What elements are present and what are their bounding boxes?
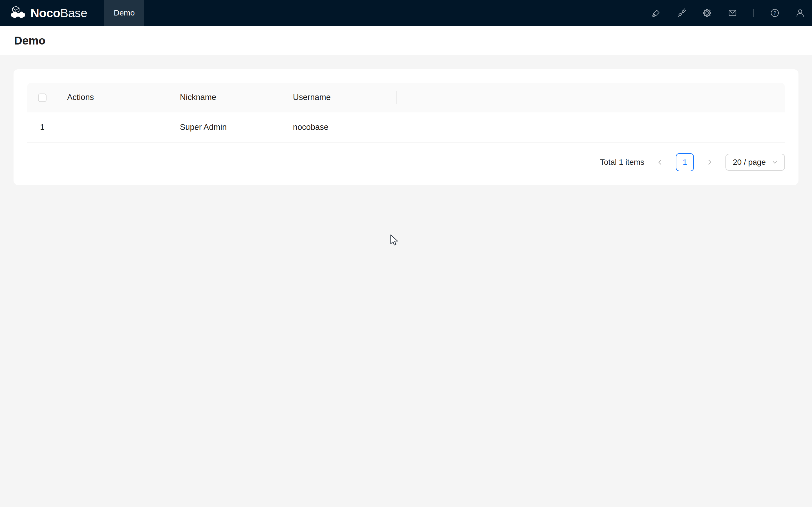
- chevron-left-icon: [657, 159, 663, 165]
- chevron-right-icon: [707, 159, 713, 165]
- user-icon[interactable]: [796, 8, 805, 17]
- row-nickname-cell: Super Admin: [170, 112, 283, 142]
- page-size-select[interactable]: 20 / page: [725, 154, 785, 171]
- table-header-row: Actions Nickname Username: [27, 83, 785, 112]
- plugin-icon[interactable]: [677, 8, 686, 17]
- mail-icon[interactable]: [728, 8, 737, 17]
- tab-demo[interactable]: Demo: [104, 0, 144, 26]
- row-username-cell: nocobase: [283, 112, 397, 142]
- pagination-total: Total 1 items: [600, 158, 644, 167]
- row-index-cell: 1: [27, 112, 57, 142]
- table-block-card: Actions Nickname Username 1 Super Admin …: [13, 69, 799, 185]
- page-1-button[interactable]: 1: [676, 153, 694, 171]
- top-navbar: NocoBase Demo: [0, 0, 812, 26]
- page-header: Demo: [0, 26, 812, 55]
- select-all-checkbox[interactable]: [38, 94, 47, 102]
- chevron-down-icon: [772, 159, 777, 165]
- pagination: Total 1 items 1 20 / page: [27, 153, 785, 171]
- nocobase-wordmark: NocoBase: [31, 6, 87, 20]
- column-header-filler: [397, 83, 785, 112]
- settings-icon[interactable]: [703, 8, 712, 17]
- row-filler-cell: [397, 112, 785, 142]
- navbar-actions: ?: [652, 0, 812, 26]
- page-content: Actions Nickname Username 1 Super Admin …: [0, 55, 812, 185]
- table-row[interactable]: 1 Super Admin nocobase: [27, 112, 785, 142]
- mouse-cursor: [390, 234, 402, 246]
- page-size-value: 20 / page: [733, 158, 766, 167]
- svg-text:?: ?: [773, 10, 776, 16]
- next-page-button[interactable]: [702, 153, 718, 171]
- column-header-actions: Actions: [57, 83, 170, 112]
- column-header-username: Username: [283, 83, 397, 112]
- column-header-nickname: Nickname: [170, 83, 283, 112]
- tab-demo-label: Demo: [114, 8, 135, 17]
- prev-page-button[interactable]: [652, 153, 668, 171]
- nocobase-logo[interactable]: NocoBase: [0, 0, 87, 26]
- select-all-cell: [27, 83, 57, 112]
- highlight-icon[interactable]: [652, 8, 661, 17]
- navbar-spacer: [144, 0, 652, 26]
- row-actions-cell: [57, 112, 170, 142]
- nocobase-logo-icon: [11, 5, 27, 21]
- navbar-divider: [753, 9, 754, 17]
- users-table: Actions Nickname Username 1 Super Admin …: [27, 83, 785, 143]
- help-icon[interactable]: ?: [770, 8, 779, 17]
- page-title: Demo: [14, 34, 45, 47]
